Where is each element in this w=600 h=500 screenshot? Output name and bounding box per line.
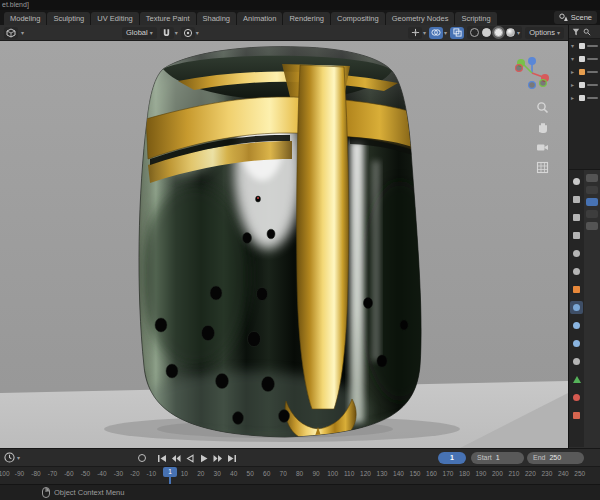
properties-tab-strip xyxy=(569,170,584,447)
overlays-toggle-icon[interactable] xyxy=(429,27,443,39)
blender-window: et.blend] ModelingSculptingUV EditingTex… xyxy=(0,0,600,500)
filter-funnel-icon[interactable] xyxy=(572,28,580,36)
camera-icon xyxy=(579,82,585,88)
disclosure-triangle-icon[interactable]: ▸ xyxy=(571,68,577,75)
viewport-3d-scene[interactable] xyxy=(0,41,568,448)
properties-tab-view-layer[interactable] xyxy=(570,229,583,242)
outliner-panel[interactable]: ▾▾▸▸▸ xyxy=(569,25,600,170)
properties-panel[interactable] xyxy=(569,170,600,447)
workspace-tab-animation[interactable]: Animation xyxy=(237,12,282,25)
gizmo-z-axis[interactable] xyxy=(528,57,536,65)
current-frame-field[interactable]: 1 xyxy=(438,452,466,464)
workspace-tab-sculpting[interactable]: Sculpting xyxy=(47,12,90,25)
disclosure-triangle-icon[interactable]: ▾ xyxy=(571,42,577,49)
workspace-tab-uv-editing[interactable]: UV Editing xyxy=(91,12,138,25)
ruler-tick: -80 xyxy=(31,470,40,477)
properties-tab-world[interactable] xyxy=(570,265,583,278)
gizmos-chevron-icon[interactable]: ▾ xyxy=(423,30,426,36)
properties-tab-render[interactable] xyxy=(570,193,583,206)
workspace-tab-geometry-nodes[interactable]: Geometry Nodes xyxy=(386,12,455,25)
workspace-tabs: ModelingSculptingUV EditingTexture Paint… xyxy=(0,10,600,25)
jump-to-keyframe-next-button[interactable] xyxy=(212,452,224,464)
disclosure-triangle-icon[interactable]: ▸ xyxy=(571,94,577,101)
properties-field[interactable] xyxy=(586,174,598,182)
outliner-row[interactable]: ▾ xyxy=(569,52,600,65)
proportional-editing-icon[interactable] xyxy=(181,27,195,39)
helmet-object[interactable] xyxy=(130,41,442,448)
gizmos-toggle-icon[interactable] xyxy=(408,27,422,39)
frame-start-field[interactable]: Start 1 xyxy=(471,452,524,464)
play-reverse-button[interactable] xyxy=(184,452,196,464)
properties-tab-material[interactable] xyxy=(570,391,583,404)
properties-tab-modifiers[interactable] xyxy=(570,301,583,314)
ortho-grid-icon[interactable] xyxy=(536,161,549,174)
shading-wireframe-icon[interactable] xyxy=(470,28,479,37)
search-icon[interactable] xyxy=(583,28,591,36)
shading-rendered-icon[interactable] xyxy=(506,28,515,37)
scene-properties-icon xyxy=(573,250,580,257)
properties-field[interactable] xyxy=(586,186,598,194)
camera-view-icon[interactable] xyxy=(536,141,549,154)
properties-slider[interactable] xyxy=(586,198,598,206)
options-dropdown[interactable]: Options ▾ xyxy=(525,27,564,39)
properties-tab-constraints[interactable] xyxy=(570,355,583,368)
xray-toggle-icon[interactable] xyxy=(450,27,464,39)
editor-type-chevron-icon[interactable]: ▾ xyxy=(21,30,24,36)
timeline-ruler[interactable]: -100-90-80-70-60-50-40-30-20-10010203040… xyxy=(0,466,600,484)
proportional-chevron-icon[interactable]: ▾ xyxy=(196,30,199,36)
snap-magnet-icon[interactable] xyxy=(160,27,174,39)
zoom-icon[interactable] xyxy=(536,101,549,114)
outliner-row[interactable]: ▾ xyxy=(569,39,600,52)
auto-keying-toggle[interactable] xyxy=(138,454,146,462)
properties-tab-object-data[interactable] xyxy=(570,373,583,386)
workspace-tab-texture-paint[interactable]: Texture Paint xyxy=(140,12,196,25)
properties-tab-texture[interactable] xyxy=(570,409,583,422)
viewport-canvas[interactable] xyxy=(0,41,568,448)
status-bar: Object Context Menu xyxy=(0,484,600,500)
workspace-tab-shading[interactable]: Shading xyxy=(197,12,237,25)
timeline-editor-type[interactable]: ▾ xyxy=(4,452,20,463)
workspace-tab-compositing[interactable]: Compositing xyxy=(331,12,385,25)
properties-tab-particles[interactable] xyxy=(570,319,583,332)
outliner-row[interactable]: ▸ xyxy=(569,78,600,91)
current-frame-value: 1 xyxy=(450,452,454,464)
properties-tab-output[interactable] xyxy=(570,211,583,224)
gizmo-y-neg-axis[interactable] xyxy=(540,80,547,87)
shading-material-preview-icon[interactable] xyxy=(494,28,503,37)
jump-to-end-button[interactable] xyxy=(226,452,238,464)
workspace-tab-rendering[interactable]: Rendering xyxy=(283,12,330,25)
properties-field[interactable] xyxy=(586,222,598,230)
jump-to-keyframe-prev-button[interactable] xyxy=(170,452,182,464)
properties-tab-physics[interactable] xyxy=(570,337,583,350)
editor-type-3d-viewport-icon[interactable] xyxy=(4,27,18,39)
timeline-playhead[interactable]: 1 xyxy=(163,467,177,484)
navigation-gizmo[interactable] xyxy=(514,55,550,91)
outliner-row[interactable]: ▸ xyxy=(569,91,600,104)
scene-selector[interactable]: Scene xyxy=(554,11,597,24)
ruler-tick: -100 xyxy=(0,470,10,477)
jump-to-start-button[interactable] xyxy=(156,452,168,464)
properties-tab-scene[interactable] xyxy=(570,247,583,260)
gizmo-x-neg-axis[interactable] xyxy=(516,65,523,72)
disclosure-triangle-icon[interactable]: ▾ xyxy=(571,55,577,62)
frame-end-field[interactable]: End 250 xyxy=(527,452,584,464)
gizmo-z-neg-axis[interactable] xyxy=(529,82,536,89)
ruler-tick: 90 xyxy=(312,470,319,477)
outliner-row[interactable]: ▸ xyxy=(569,65,600,78)
transform-orientation-dropdown[interactable]: Global ▾ xyxy=(122,27,157,39)
properties-tab-tool[interactable] xyxy=(570,175,583,188)
timeline-editor-chevron-icon[interactable]: ▾ xyxy=(17,455,20,461)
overlays-chevron-icon[interactable]: ▾ xyxy=(444,30,447,36)
properties-field[interactable] xyxy=(586,210,598,218)
snap-chevron-icon[interactable]: ▾ xyxy=(175,30,178,36)
workspace-tab-scripting[interactable]: Scripting xyxy=(455,12,496,25)
physics-properties-icon xyxy=(573,340,580,347)
shading-chevron-icon[interactable]: ▾ xyxy=(517,30,520,36)
shading-solid-icon[interactable] xyxy=(482,28,491,37)
output-properties-icon xyxy=(573,214,580,221)
play-button[interactable] xyxy=(198,452,210,464)
move-hand-icon[interactable] xyxy=(536,121,549,134)
properties-tab-object[interactable] xyxy=(570,283,583,296)
disclosure-triangle-icon[interactable]: ▸ xyxy=(571,81,577,88)
workspace-tab-modeling[interactable]: Modeling xyxy=(4,12,46,25)
